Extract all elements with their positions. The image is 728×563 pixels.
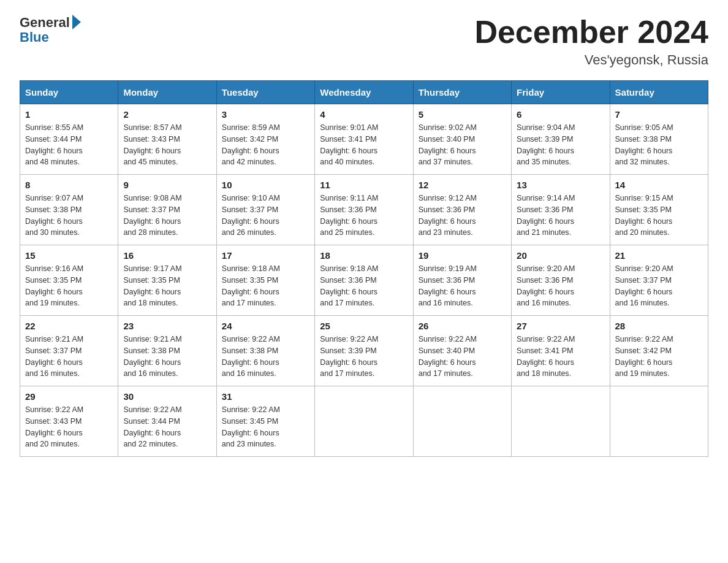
col-sunday: Sunday [20,81,118,104]
day-info: Sunrise: 9:18 AMSunset: 3:36 PMDaylight:… [320,263,408,309]
day-info: Sunrise: 9:16 AMSunset: 3:35 PMDaylight:… [25,263,113,309]
table-row [512,386,610,457]
day-number: 26 [419,321,506,331]
day-number: 27 [517,321,604,331]
calendar-week-row: 22 Sunrise: 9:21 AMSunset: 3:37 PMDaylig… [20,316,708,386]
day-number: 23 [123,321,211,331]
day-number: 1 [25,109,113,120]
calendar-week-row: 29 Sunrise: 9:22 AMSunset: 3:43 PMDaylig… [20,386,708,457]
logo-blue-text: Blue [20,29,49,45]
day-info: Sunrise: 9:10 AMSunset: 3:37 PMDaylight:… [222,193,309,239]
table-row: 12 Sunrise: 9:12 AMSunset: 3:36 PMDaylig… [413,175,511,245]
calendar-week-row: 1 Sunrise: 8:55 AMSunset: 3:44 PMDayligh… [20,104,708,175]
day-number: 16 [123,250,211,261]
calendar-week-row: 15 Sunrise: 9:16 AMSunset: 3:35 PMDaylig… [20,245,708,316]
table-row: 3 Sunrise: 8:59 AMSunset: 3:42 PMDayligh… [216,104,314,175]
day-number: 13 [517,180,604,190]
calendar-table: Sunday Monday Tuesday Wednesday Thursday… [20,80,708,457]
table-row: 13 Sunrise: 9:14 AMSunset: 3:36 PMDaylig… [512,175,610,245]
day-info: Sunrise: 9:22 AMSunset: 3:43 PMDaylight:… [25,404,113,450]
day-info: Sunrise: 8:55 AMSunset: 3:44 PMDaylight:… [25,122,113,168]
day-number: 14 [615,180,703,190]
day-info: Sunrise: 9:02 AMSunset: 3:40 PMDaylight:… [419,122,506,168]
table-row: 30 Sunrise: 9:22 AMSunset: 3:44 PMDaylig… [118,386,216,457]
table-row: 6 Sunrise: 9:04 AMSunset: 3:39 PMDayligh… [512,104,610,175]
day-info: Sunrise: 9:22 AMSunset: 3:44 PMDaylight:… [123,404,211,450]
logo-arrow-icon [72,15,81,29]
day-info: Sunrise: 9:22 AMSunset: 3:39 PMDaylight:… [320,334,408,380]
day-info: Sunrise: 9:21 AMSunset: 3:38 PMDaylight:… [123,334,211,380]
month-title: December 2024 [474,15,708,50]
table-row: 24 Sunrise: 9:22 AMSunset: 3:38 PMDaylig… [216,316,314,386]
table-row: 25 Sunrise: 9:22 AMSunset: 3:39 PMDaylig… [315,316,413,386]
day-info: Sunrise: 9:21 AMSunset: 3:37 PMDaylight:… [25,334,113,380]
table-row: 22 Sunrise: 9:21 AMSunset: 3:37 PMDaylig… [20,316,118,386]
day-info: Sunrise: 9:22 AMSunset: 3:38 PMDaylight:… [222,334,309,380]
calendar-week-row: 8 Sunrise: 9:07 AMSunset: 3:38 PMDayligh… [20,175,708,245]
table-row: 23 Sunrise: 9:21 AMSunset: 3:38 PMDaylig… [118,316,216,386]
table-row: 17 Sunrise: 9:18 AMSunset: 3:35 PMDaylig… [216,245,314,316]
day-number: 22 [25,321,113,331]
col-friday: Friday [512,81,610,104]
day-info: Sunrise: 9:15 AMSunset: 3:35 PMDaylight:… [615,193,703,239]
location-title: Ves'yegonsk, Russia [474,52,708,68]
table-row: 9 Sunrise: 9:08 AMSunset: 3:37 PMDayligh… [118,175,216,245]
table-row: 21 Sunrise: 9:20 AMSunset: 3:37 PMDaylig… [610,245,708,316]
table-row: 16 Sunrise: 9:17 AMSunset: 3:35 PMDaylig… [118,245,216,316]
day-info: Sunrise: 9:22 AMSunset: 3:41 PMDaylight:… [517,334,604,380]
table-row: 18 Sunrise: 9:18 AMSunset: 3:36 PMDaylig… [315,245,413,316]
day-number: 9 [123,180,211,190]
day-number: 3 [222,109,309,120]
day-number: 5 [419,109,506,120]
day-info: Sunrise: 9:12 AMSunset: 3:36 PMDaylight:… [419,193,506,239]
day-number: 31 [222,391,309,402]
day-info: Sunrise: 9:22 AMSunset: 3:42 PMDaylight:… [615,334,703,380]
day-info: Sunrise: 9:19 AMSunset: 3:36 PMDaylight:… [419,263,506,309]
table-row: 28 Sunrise: 9:22 AMSunset: 3:42 PMDaylig… [610,316,708,386]
day-info: Sunrise: 9:17 AMSunset: 3:35 PMDaylight:… [123,263,211,309]
day-info: Sunrise: 9:20 AMSunset: 3:36 PMDaylight:… [517,263,604,309]
day-number: 18 [320,250,408,261]
day-number: 15 [25,250,113,261]
table-row: 1 Sunrise: 8:55 AMSunset: 3:44 PMDayligh… [20,104,118,175]
day-number: 20 [517,250,604,261]
table-row: 11 Sunrise: 9:11 AMSunset: 3:36 PMDaylig… [315,175,413,245]
table-row: 31 Sunrise: 9:22 AMSunset: 3:45 PMDaylig… [216,386,314,457]
day-info: Sunrise: 9:18 AMSunset: 3:35 PMDaylight:… [222,263,309,309]
day-info: Sunrise: 9:04 AMSunset: 3:39 PMDaylight:… [517,122,604,168]
day-info: Sunrise: 9:05 AMSunset: 3:38 PMDaylight:… [615,122,703,168]
table-row: 20 Sunrise: 9:20 AMSunset: 3:36 PMDaylig… [512,245,610,316]
table-row [610,386,708,457]
table-row: 8 Sunrise: 9:07 AMSunset: 3:38 PMDayligh… [20,175,118,245]
day-info: Sunrise: 9:20 AMSunset: 3:37 PMDaylight:… [615,263,703,309]
day-number: 28 [615,321,703,331]
col-thursday: Thursday [413,81,511,104]
day-info: Sunrise: 9:01 AMSunset: 3:41 PMDaylight:… [320,122,408,168]
table-row: 26 Sunrise: 9:22 AMSunset: 3:40 PMDaylig… [413,316,511,386]
logo: General Blue [20,15,81,45]
logo-general-text: General [20,15,70,31]
day-number: 6 [517,109,604,120]
day-number: 12 [419,180,506,190]
day-number: 10 [222,180,309,190]
table-row: 29 Sunrise: 9:22 AMSunset: 3:43 PMDaylig… [20,386,118,457]
col-monday: Monday [118,81,216,104]
col-wednesday: Wednesday [315,81,413,104]
table-row: 10 Sunrise: 9:10 AMSunset: 3:37 PMDaylig… [216,175,314,245]
table-row: 2 Sunrise: 8:57 AMSunset: 3:43 PMDayligh… [118,104,216,175]
day-number: 8 [25,180,113,190]
day-info: Sunrise: 8:57 AMSunset: 3:43 PMDaylight:… [123,122,211,168]
table-row: 5 Sunrise: 9:02 AMSunset: 3:40 PMDayligh… [413,104,511,175]
day-number: 4 [320,109,408,120]
table-row [413,386,511,457]
table-row: 7 Sunrise: 9:05 AMSunset: 3:38 PMDayligh… [610,104,708,175]
day-info: Sunrise: 9:22 AMSunset: 3:40 PMDaylight:… [419,334,506,380]
day-number: 19 [419,250,506,261]
table-row: 14 Sunrise: 9:15 AMSunset: 3:35 PMDaylig… [610,175,708,245]
col-tuesday: Tuesday [216,81,314,104]
table-row: 15 Sunrise: 9:16 AMSunset: 3:35 PMDaylig… [20,245,118,316]
day-number: 29 [25,391,113,402]
day-info: Sunrise: 9:11 AMSunset: 3:36 PMDaylight:… [320,193,408,239]
day-info: Sunrise: 9:22 AMSunset: 3:45 PMDaylight:… [222,404,309,450]
day-info: Sunrise: 8:59 AMSunset: 3:42 PMDaylight:… [222,122,309,168]
